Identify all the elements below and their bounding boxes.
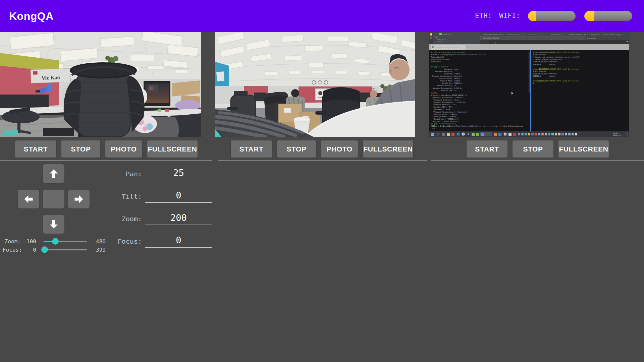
camera-2-stop-button[interactable]: STOP (277, 140, 316, 158)
zoom-slider-thumb[interactable] (52, 238, 59, 245)
eth-signal-fill (528, 11, 536, 21)
focus-slider-min: 0 (21, 247, 36, 253)
camera-1-stop-button[interactable]: STOP (61, 140, 100, 158)
camera-1-controls: START STOP PHOTO FULLSCREEN (15, 140, 198, 158)
down-arrow-icon (49, 219, 59, 229)
pan-left-button[interactable] (18, 190, 39, 208)
panel-divider-3 (431, 160, 644, 161)
zoom-input[interactable]: 200 (145, 213, 212, 225)
camera-1-scene: Vic Kao (0, 32, 201, 137)
focus-slider-max: 399 (96, 247, 106, 253)
zoom-label: Zoom: (94, 215, 142, 225)
zoom-slider-label: Zoom: (3, 238, 21, 245)
camera-3-scene: Android ▾ app manifests java AndroidMani… (429, 32, 629, 137)
camera-3-start-button[interactable]: START (467, 140, 507, 158)
zoom-slider-max: 480 (96, 238, 106, 245)
pan-up-button[interactable] (43, 164, 64, 183)
pan-right-button[interactable] (68, 190, 90, 208)
camera-3-controls: START STOP FULLSCREEN (467, 140, 609, 158)
up-arrow-icon (49, 169, 59, 179)
camera-1-photo-button[interactable]: PHOTO (105, 140, 142, 158)
panel-divider-1 (0, 160, 212, 161)
focus-slider-label: Focus: (3, 247, 21, 253)
pan-field: Pan: 25 (94, 166, 213, 180)
focus-slider-thumb[interactable] (41, 246, 48, 253)
app-title: KongQA (9, 10, 54, 22)
eth-label: ETH: (475, 12, 492, 20)
zoom-slider-min: 100 (21, 238, 36, 245)
wifi-signal-bar (584, 11, 632, 21)
camera-2-start-button[interactable]: START (231, 140, 272, 158)
zoom-slider[interactable] (44, 237, 87, 246)
zoom-field: Zoom: 200 (94, 211, 213, 225)
camera-2-feed (215, 32, 415, 137)
left-arrow-icon (23, 194, 34, 204)
app-header: KongQA ETH: WIFI: (0, 0, 644, 32)
camera-3-stop-button[interactable]: STOP (513, 140, 553, 158)
camera-2-fullscreen-button[interactable]: FULLSCREEN (363, 140, 413, 158)
camera-3-fullscreen-button[interactable]: FULLSCREEN (558, 140, 609, 158)
eth-signal-bar (528, 11, 576, 21)
focus-slider-row: Focus: 0 399 (3, 245, 106, 254)
focus-input[interactable]: 0 (145, 235, 212, 248)
kongqa-app: KongQA ETH: WIFI: (0, 0, 644, 362)
pan-input[interactable]: 25 (145, 168, 212, 180)
camera-2-photo-button[interactable]: PHOTO (321, 140, 358, 158)
camera-2-scene (215, 32, 415, 137)
camera-1-start-button[interactable]: START (15, 140, 56, 158)
tilt-input[interactable]: 0 (145, 190, 212, 203)
right-arrow-icon (74, 194, 84, 204)
zoom-slider-row: Zoom: 100 480 (3, 237, 106, 246)
camera-2-controls: START STOP PHOTO FULLSCREEN (231, 140, 413, 158)
tilt-down-button[interactable] (43, 215, 64, 234)
focus-slider[interactable] (44, 245, 87, 254)
wifi-signal-fill (584, 11, 594, 21)
pan-label: Pan: (94, 170, 142, 180)
camera-3-feed: Android ▾ app manifests java AndroidMani… (429, 32, 629, 137)
focus-field: Focus: 0 (94, 234, 213, 248)
dpad-center-button[interactable] (43, 190, 64, 208)
camera-1-feed: Vic Kao (0, 32, 201, 137)
tilt-label: Tilt: (94, 192, 142, 203)
camera-1-fullscreen-button[interactable]: FULLSCREEN (147, 140, 198, 158)
tilt-field: Tilt: 0 (94, 189, 213, 203)
panel-divider-2 (218, 160, 427, 161)
wifi-label: WIFI: (499, 12, 520, 20)
